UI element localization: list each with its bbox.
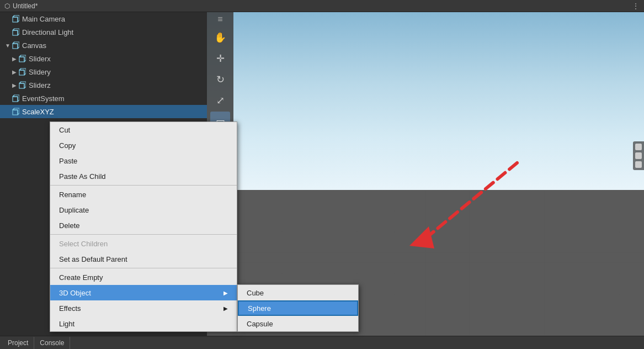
hierarchy-item-sliderz[interactable]: ▶ Sliderz [0, 78, 207, 92]
ctx-arrow-3d-object: ▶ [223, 290, 228, 296]
ctx-item-3d-object[interactable]: 3D Object▶ [50, 285, 237, 300]
hierarchy-label-eventsystem: EventSystem [22, 94, 65, 103]
hierarchy-icon-scalexyz [11, 107, 20, 116]
hierarchy-label-sliderx: Sliderx [29, 55, 51, 63]
svg-rect-28 [13, 110, 18, 115]
hierarchy-item-scalexyz[interactable]: ScaleXYZ [0, 105, 207, 118]
hierarchy-icon-canvas [11, 41, 20, 50]
hierarchy-icon-sliderz [18, 81, 26, 89]
hierarchy-label-main-camera: Main Camera [22, 15, 65, 23]
ctx-label-paste: Paste [59, 157, 77, 165]
ctx-item-select-children: Select Children [50, 236, 237, 251]
ctx-label-light: Light [59, 320, 74, 328]
ctx-item-effects[interactable]: Effects▶ [50, 300, 237, 316]
svg-rect-8 [13, 44, 18, 49]
hierarchy-label-canvas: Canvas [22, 41, 46, 50]
ctx-item-paste-as-child[interactable]: Paste As Child [50, 168, 237, 184]
hierarchy-label-slidery: Slidery [29, 68, 51, 76]
title-bar-menu-icon[interactable]: ⋮ [632, 2, 640, 10]
rotate-tool-btn[interactable]: ↻ [210, 70, 230, 89]
bottom-bar: ProjectConsole [0, 336, 644, 349]
ctx-label-delete: Delete [59, 221, 80, 230]
svg-rect-0 [13, 17, 18, 22]
ctx-item-light[interactable]: Light [50, 316, 237, 331]
ctx-item-create-empty[interactable]: Create Empty [50, 269, 237, 285]
bottom-tab-project[interactable]: Project [2, 337, 34, 349]
submenu-item-cube[interactable]: Cube [238, 285, 358, 300]
unity-logo-icon: ⬡ [4, 2, 10, 10]
ctx-label-paste-as-child: Paste As Child [59, 172, 106, 181]
ctx-separator-sep1 [50, 185, 237, 186]
ctx-item-copy[interactable]: Copy [50, 138, 237, 153]
submenu-item-sphere[interactable]: Sphere [238, 300, 358, 316]
hierarchy-item-eventsystem[interactable]: EventSystem [0, 92, 207, 105]
ctx-label-effects: Effects [59, 304, 81, 313]
ctx-label-cut: Cut [59, 126, 70, 134]
hierarchy-icon-sliderx [18, 54, 26, 63]
submenu-item-capsule[interactable]: Capsule [238, 316, 358, 331]
hierarchy-item-directional-light[interactable]: Directional Light [0, 25, 207, 39]
toolbar-dots: ≡ [217, 14, 222, 24]
context-menu: CutCopyPastePaste As ChildRenameDuplicat… [50, 121, 237, 332]
ctx-label-copy: Copy [59, 141, 76, 150]
svg-rect-16 [19, 70, 24, 75]
ctx-item-duplicate[interactable]: Duplicate [50, 202, 237, 218]
title-bar: ⬡ Untitled* ⋮ [0, 0, 644, 12]
ctx-label-rename: Rename [59, 191, 86, 199]
window-title: ⬡ Untitled* [4, 2, 38, 10]
move-tool-btn[interactable]: ✛ [210, 49, 230, 68]
ctx-label-create-empty: Create Empty [59, 273, 103, 282]
hierarchy-icon-main-camera [11, 14, 20, 23]
sky-background [207, 12, 644, 190]
ctx-item-rename[interactable]: Rename [50, 187, 237, 202]
ctx-item-delete[interactable]: Delete [50, 218, 237, 233]
ctx-arrow-effects: ▶ [223, 305, 228, 311]
hierarchy-arrow-sliderx: ▶ [11, 56, 18, 62]
hierarchy-icon-directional-light [11, 28, 20, 36]
ctx-separator-sep2 [50, 234, 237, 235]
ctx-label-select-children: Select Children [59, 240, 108, 248]
hierarchy-arrow-canvas: ▼ [4, 43, 11, 49]
right-control-dot-2 [635, 152, 642, 159]
right-control-dot-3 [635, 161, 642, 168]
svg-rect-12 [19, 57, 24, 62]
hierarchy-label-sliderz: Sliderz [29, 81, 51, 89]
hierarchy-icon-slidery [18, 67, 26, 76]
hand-tool-btn[interactable]: ✋ [210, 28, 230, 47]
hierarchy-item-main-camera[interactable]: Main Camera [0, 12, 207, 25]
scale-tool-btn[interactable]: ⤢ [210, 91, 230, 110]
submenu-3d-object: CubeSphereCapsule [237, 284, 359, 332]
hierarchy-item-slidery[interactable]: ▶ Slidery [0, 65, 207, 78]
hierarchy-item-sliderx[interactable]: ▶ Sliderx [0, 52, 207, 65]
svg-rect-20 [19, 83, 24, 88]
ctx-label-set-default-parent: Set as Default Parent [59, 255, 127, 263]
ctx-separator-sep3 [50, 268, 237, 268]
svg-rect-24 [13, 97, 18, 102]
ctx-item-set-default-parent[interactable]: Set as Default Parent [50, 251, 237, 267]
ctx-label-duplicate: Duplicate [59, 206, 89, 214]
hierarchy-item-canvas[interactable]: ▼ Canvas [0, 39, 207, 52]
hierarchy-arrow-sliderz: ▶ [11, 82, 18, 88]
hierarchy-label-directional-light: Directional Light [22, 28, 73, 36]
right-control-dot-1 [635, 144, 642, 150]
bottom-tab-console[interactable]: Console [34, 337, 70, 349]
svg-rect-4 [13, 30, 18, 35]
ctx-label-3d-object: 3D Object [59, 289, 91, 297]
hierarchy-label-scalexyz: ScaleXYZ [22, 108, 54, 116]
hierarchy-arrow-slidery: ▶ [11, 69, 18, 75]
ctx-item-cut[interactable]: Cut [50, 122, 237, 138]
hierarchy-icon-eventsystem [11, 94, 20, 103]
scene-right-controls [633, 141, 644, 170]
ctx-item-paste[interactable]: Paste [50, 153, 237, 168]
